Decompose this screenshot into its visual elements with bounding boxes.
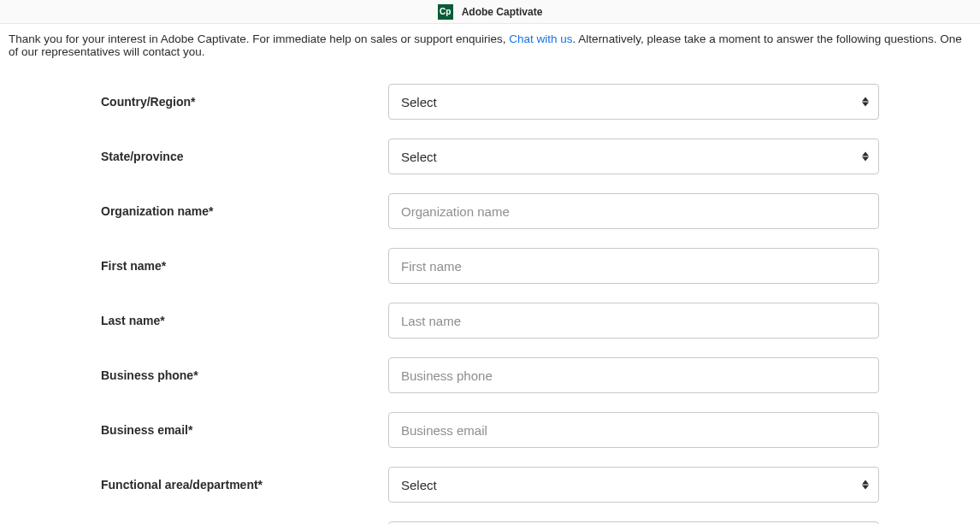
dept-row: Functional area/department* Select <box>101 467 879 503</box>
email-row: Business email* <box>101 412 879 448</box>
page-header: Cp Adobe Captivate <box>0 0 980 24</box>
country-select[interactable]: Select <box>388 84 879 120</box>
org-row: Organization name* <box>101 193 879 229</box>
first-name-label: First name* <box>101 259 388 273</box>
state-row: State/province Select <box>101 138 879 174</box>
org-label: Organization name* <box>101 204 388 218</box>
first-name-row: First name* <box>101 248 879 284</box>
email-label: Business email* <box>101 423 388 437</box>
phone-label: Business phone* <box>101 368 388 382</box>
captivate-logo-icon: Cp <box>438 4 453 20</box>
org-input[interactable] <box>388 193 879 229</box>
dept-select[interactable]: Select <box>388 467 879 503</box>
state-select[interactable]: Select <box>388 138 879 174</box>
first-name-input[interactable] <box>388 248 879 284</box>
dept-label: Functional area/department* <box>101 478 388 492</box>
last-name-label: Last name* <box>101 314 388 327</box>
country-row: Country/Region* Select <box>101 84 879 120</box>
state-label: State/province <box>101 150 388 163</box>
chat-with-us-link[interactable]: Chat with us <box>509 32 572 45</box>
intro-text: Thank you for your interest in Adobe Cap… <box>0 24 980 58</box>
header-title: Adobe Captivate <box>462 6 543 18</box>
country-label: Country/Region* <box>101 95 388 109</box>
intro-before: Thank you for your interest in Adobe Cap… <box>9 32 509 45</box>
phone-input[interactable] <box>388 357 879 393</box>
phone-row: Business phone* <box>101 357 879 393</box>
form-container: Country/Region* Select State/province Se… <box>84 84 896 524</box>
last-name-input[interactable] <box>388 303 879 339</box>
last-name-row: Last name* <box>101 303 879 339</box>
email-input[interactable] <box>388 412 879 448</box>
